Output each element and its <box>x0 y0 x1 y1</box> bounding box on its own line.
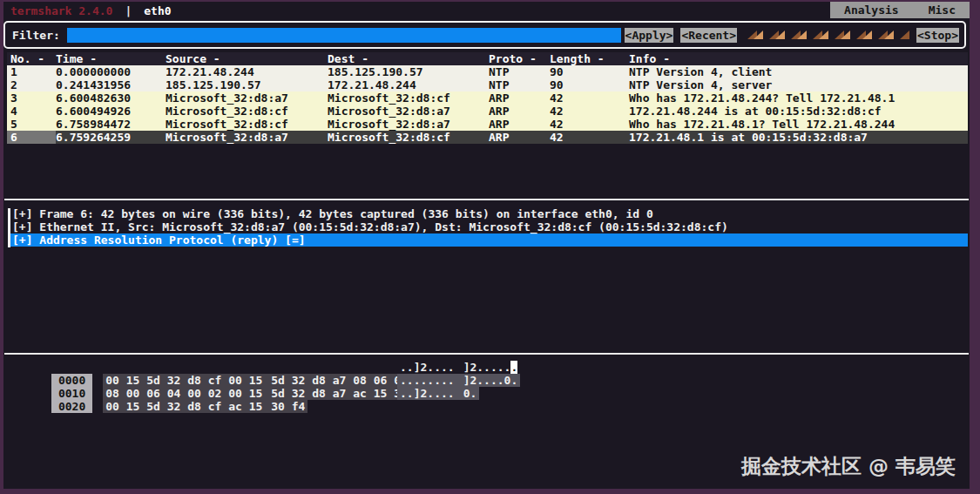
hex-ascii[interactable]: ..]2....0. <box>397 387 479 400</box>
watermark-text: 掘金技术社区 @ 韦易笑 <box>741 453 956 480</box>
cell-info: 172.21.48.244 is at 00:15:5d:32:d8:cf <box>629 105 968 118</box>
capture-activity-icon <box>769 30 785 40</box>
stop-button[interactable]: <Stop> <box>916 28 959 43</box>
cell-source: 185.125.190.57 <box>166 78 328 91</box>
cell-proto: NTP <box>489 78 550 91</box>
capture-activity-icon-partial <box>900 30 908 40</box>
cell-no: 3 <box>10 91 56 105</box>
hex-offset: 0020 <box>51 400 92 413</box>
details-scrollbar[interactable] <box>8 208 10 247</box>
pane-divider <box>4 199 969 200</box>
cell-proto: ARP <box>489 118 550 131</box>
cell-dest: Microsoft_32:d8:a7 <box>328 118 489 131</box>
cell-length: 42 <box>550 118 629 131</box>
cell-source: 172.21.48.244 <box>166 65 328 78</box>
cell-proto: ARP <box>489 131 550 144</box>
column-header-length[interactable]: Length - <box>550 52 629 65</box>
cell-length: 90 <box>550 78 629 91</box>
capture-interface-name: eth0 <box>144 4 171 17</box>
table-row[interactable]: 2 0.241431956 185.125.190.57 172.21.48.2… <box>7 78 968 91</box>
cell-time: 0.000000000 <box>56 65 166 78</box>
table-row[interactable]: 5 6.758984472 Microsoft_32:d8:cf Microso… <box>7 118 968 131</box>
filter-panel: Filter: <Apply> <Recent> <Stop> <box>3 21 966 49</box>
table-row[interactable]: 1 0.000000000 172.21.48.244 185.125.190.… <box>7 65 968 78</box>
column-header-source[interactable]: Source - <box>166 52 328 65</box>
cell-dest: Microsoft_32:d8:cf <box>328 91 489 105</box>
detail-line-arp-selected[interactable]: [+] Address Resolution Protocol (reply) … <box>10 233 968 247</box>
hex-ascii[interactable]: ..]2....]2...... <box>397 361 520 374</box>
top-bar: termshark 2.4.0 | eth0 Analysis Misc <box>3 2 970 19</box>
hex-bytes[interactable]: 00 15 5d 32 d8 cf ac 1530 f4 <box>103 400 308 413</box>
table-row[interactable]: 3 6.600482630 Microsoft_32:d8:a7 Microso… <box>7 91 968 105</box>
detail-line-ethernet[interactable]: [+] Ethernet II, Src: Microsoft_32:d8:a7… <box>10 220 968 233</box>
packet-list-header: No. - Time - Source - Dest - Proto - Len… <box>7 52 968 65</box>
apply-button[interactable]: <Apply> <box>625 28 674 43</box>
cell-length: 42 <box>550 105 629 118</box>
cell-no: 5 <box>10 118 56 131</box>
ascii-cursor-char[interactable]: . <box>510 361 517 374</box>
table-row-selected[interactable]: 6 6.759264259 Microsoft_32:d8:a7 Microso… <box>7 131 968 144</box>
cell-no: 1 <box>10 65 56 78</box>
capture-activity-icon <box>791 30 807 40</box>
filter-input[interactable] <box>67 28 621 43</box>
column-header-dest[interactable]: Dest - <box>328 52 489 65</box>
cell-info: Who has 172.21.48.244? Tell 172.21.48.1 <box>629 91 968 105</box>
column-header-info[interactable]: Info - <box>629 52 968 65</box>
filter-label: Filter: <box>12 29 60 42</box>
cell-dest: 172.21.48.244 <box>328 78 489 91</box>
hex-row[interactable]: 001008 00 06 04 00 02 00 155d 32 d8 a7 a… <box>7 374 968 387</box>
column-header-proto[interactable]: Proto - <box>489 52 550 65</box>
column-header-time[interactable]: Time - <box>56 52 166 65</box>
capture-activity-icon <box>747 30 763 40</box>
recent-button[interactable]: <Recent> <box>680 28 737 43</box>
app-title: termshark 2.4.0 <box>10 4 112 17</box>
cell-source: Microsoft_32:d8:a7 <box>166 131 328 144</box>
cell-time: 6.600494926 <box>56 105 166 118</box>
menu-misc[interactable]: Misc <box>929 3 956 17</box>
cell-dest: Microsoft_32:d8:cf <box>328 131 489 144</box>
cell-length: 90 <box>550 65 629 78</box>
capture-activity-icon <box>813 30 828 40</box>
termshark-app: termshark 2.4.0 | eth0 Analysis Misc Fil… <box>3 2 970 489</box>
cell-proto: NTP <box>489 65 550 78</box>
cell-info: Who has 172.21.48.1? Tell 172.21.48.244 <box>629 118 968 131</box>
packet-list: No. - Time - Source - Dest - Proto - Len… <box>7 52 968 144</box>
cell-time: 0.241431956 <box>56 78 166 91</box>
hex-row[interactable]: 000000 15 5d 32 d8 cf 00 155d 32 d8 a7 0… <box>7 361 968 374</box>
menu-strip: Analysis Misc <box>830 2 970 18</box>
column-header-no[interactable]: No. - <box>10 52 56 65</box>
cell-length: 42 <box>550 131 629 144</box>
detail-line-frame[interactable]: [+] Frame 6: 42 bytes on wire (336 bits)… <box>10 207 968 220</box>
cell-time: 6.758984472 <box>56 118 166 131</box>
hex-row[interactable]: 002000 15 5d 32 d8 cf ac 1530 f4 ..]2...… <box>7 387 968 400</box>
cell-time: 6.759264259 <box>56 131 166 144</box>
packet-details-pane: [+] Frame 6: 42 bytes on wire (336 bits)… <box>7 207 968 247</box>
cell-no: 2 <box>10 78 56 91</box>
cell-info: NTP Version 4, client <box>629 65 968 78</box>
cell-source: Microsoft_32:d8:cf <box>166 118 328 131</box>
cell-info: NTP Version 4, server <box>629 78 968 91</box>
menu-analysis[interactable]: Analysis <box>844 3 899 17</box>
table-row[interactable]: 4 6.600494926 Microsoft_32:d8:cf Microso… <box>7 105 968 118</box>
cell-info: 172.21.48.1 is at 00:15:5d:32:d8:a7 <box>629 131 968 144</box>
hex-view-pane: 000000 15 5d 32 d8 cf 00 155d 32 d8 a7 0… <box>7 361 968 400</box>
cell-length: 42 <box>550 91 629 105</box>
hex-ascii[interactable]: ........]2....0. <box>397 374 520 387</box>
capture-activity-icon <box>878 30 894 40</box>
cell-no: 4 <box>10 105 56 118</box>
cell-dest: 185.125.190.57 <box>328 65 489 78</box>
capture-activity-icon <box>856 30 872 40</box>
title-separator: | <box>125 4 132 17</box>
cell-proto: ARP <box>489 91 550 105</box>
top-bar-left: termshark 2.4.0 | eth0 <box>3 2 970 19</box>
cell-source: Microsoft_32:d8:a7 <box>166 91 328 105</box>
capture-activity-row <box>747 30 908 40</box>
pane-divider <box>4 353 969 355</box>
capture-activity-icon <box>835 30 850 40</box>
cell-time: 6.600482630 <box>56 91 166 105</box>
cell-proto: ARP <box>489 105 550 118</box>
cell-no: 6 <box>7 131 56 144</box>
cell-source: Microsoft_32:d8:cf <box>166 105 328 118</box>
cell-dest: Microsoft_32:d8:a7 <box>328 105 489 118</box>
